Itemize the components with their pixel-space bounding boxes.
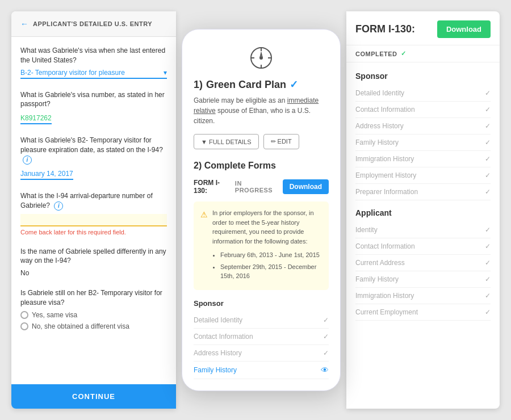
warning-date-2: September 29th, 2015 - December 15th, 20…: [220, 262, 322, 281]
right-item-4[interactable]: Family History ✓: [355, 135, 491, 151]
right-item-1[interactable]: Detailed Identity ✓: [355, 85, 491, 102]
right-applicant-title: Applicant: [355, 208, 491, 217]
download-button-phone[interactable]: Download: [283, 179, 329, 194]
right-form-title: FORM I-130:: [355, 23, 415, 35]
right-app-item-6[interactable]: Current Employment ✓: [355, 304, 491, 321]
full-details-button[interactable]: ▼ FULL DETAILS: [194, 134, 259, 149]
sponsor-title: Sponsor: [194, 299, 329, 308]
right-app-check-6: ✓: [485, 308, 491, 316]
eye-icon-4: 👁: [321, 366, 329, 375]
right-check-3: ✓: [485, 122, 491, 130]
completed-check-icon: ✓: [401, 50, 407, 57]
plan-desc: Gabriele may be eligible as an immediate…: [194, 95, 329, 126]
middle-panel: 1) Green Card Plan ✓ Gabriele may be eli…: [176, 11, 346, 409]
info-icon-4[interactable]: i: [54, 201, 63, 211]
form-row: FORM I-130: IN PROGRESS Download: [194, 179, 329, 195]
left-header-title: APPLICANT'S DETAILED U.S. ENTRY: [33, 20, 152, 27]
phone-actions: ▼ FULL DETAILS ✏ EDIT: [194, 134, 329, 149]
right-app-check-4: ✓: [485, 275, 491, 283]
right-item-5[interactable]: Immigration History ✓: [355, 151, 491, 167]
checklist-item-1[interactable]: Detailed Identity ✓: [194, 312, 329, 329]
radio-option-2[interactable]: No, she obtained a different visa: [20, 322, 167, 330]
right-app-item-1[interactable]: Identity ✓: [355, 222, 491, 238]
plan-check-icon: ✓: [290, 78, 298, 91]
phone-content: 1) Green Card Plan ✓ Gabriele may be eli…: [182, 78, 340, 390]
section-title-phone: 2) Complete Forms: [194, 161, 329, 171]
phone-mockup: 1) Green Card Plan ✓ Gabriele may be eli…: [182, 29, 341, 391]
right-app-check-2: ✓: [485, 242, 491, 250]
question-block-6: Is Gabriele still on her B2- Temporary v…: [20, 288, 167, 330]
checklist-item-2[interactable]: Contact Information ✓: [194, 329, 329, 345]
plan-title: 1) Green Card Plan ✓: [194, 78, 329, 91]
right-check-4: ✓: [485, 138, 491, 146]
radio-circle-1: [20, 311, 28, 319]
question-text-3: What is Gabriele's B2- Temporary visitor…: [20, 136, 167, 165]
question-text-2: What is Gabriele's visa number, as state…: [20, 90, 167, 110]
error-text-4: Come back later for this required field.: [20, 229, 167, 236]
question-text-4: What is the I-94 arrival-departure numbe…: [20, 191, 167, 211]
right-item-2[interactable]: Contact Information ✓: [355, 102, 491, 118]
right-sponsor-title: Sponsor: [355, 72, 491, 81]
right-check-2: ✓: [485, 106, 491, 114]
answer-value-2: K8917262: [20, 114, 52, 124]
question-block-2: What is Gabriele's visa number, as state…: [20, 90, 167, 125]
right-panel: FORM I-130: Download COMPLETED ✓ Sponsor…: [346, 11, 500, 409]
left-content: What was Gabriele's visa when she last e…: [11, 37, 176, 384]
question-block-1: What was Gabriele's visa when she last e…: [20, 46, 167, 79]
question-text-6: Is Gabriele still on her B2- Temporary v…: [20, 288, 167, 308]
warning-date-1: February 6th, 2013 - June 1st, 2015: [220, 250, 322, 260]
in-progress-badge: IN PROGRESS: [235, 180, 278, 194]
check-icon-2: ✓: [323, 333, 329, 341]
right-app-check-5: ✓: [485, 292, 491, 300]
question-text-1: What was Gabriele's visa when she last e…: [20, 46, 167, 65]
check-icon-1: ✓: [323, 316, 329, 324]
warning-box: ⚠ In prior employers for the sponsor, in…: [194, 201, 329, 290]
warning-content: In prior employers for the sponsor, in o…: [212, 208, 322, 283]
right-app-item-5[interactable]: Immigration History ✓: [355, 288, 491, 304]
right-app-item-3[interactable]: Current Address ✓: [355, 255, 491, 271]
right-item-7[interactable]: Preparer Information ✓: [355, 184, 491, 200]
checklist-item-3[interactable]: Address History ✓: [194, 345, 329, 362]
question-text-5: Is the name of Gabriele spelled differen…: [20, 247, 167, 266]
phone-icon-area: [182, 41, 340, 78]
sponsor-section: Sponsor Detailed Identity ✓ Contact Info…: [194, 299, 329, 379]
compass-icon: [250, 47, 273, 69]
radio-option-1[interactable]: Yes, same visa: [20, 311, 167, 319]
form-label: FORM I-130:: [194, 179, 231, 195]
edit-button[interactable]: ✏ EDIT: [263, 134, 299, 149]
check-icon-3: ✓: [323, 349, 329, 357]
radio-group-6: Yes, same visa No, she obtained a differ…: [20, 311, 167, 330]
right-app-item-2[interactable]: Contact Information ✓: [355, 238, 491, 255]
back-arrow-icon[interactable]: ←: [20, 19, 28, 28]
download-button-right[interactable]: Download: [437, 20, 491, 38]
left-header: ← APPLICANT'S DETAILED U.S. ENTRY: [11, 11, 176, 37]
right-item-3[interactable]: Address History ✓: [355, 118, 491, 135]
right-check-1: ✓: [485, 89, 491, 97]
right-content: Sponsor Detailed Identity ✓ Contact Info…: [346, 62, 500, 409]
checklist-item-4[interactable]: Family History 👁: [194, 362, 329, 379]
radio-circle-2: [20, 322, 28, 330]
right-header: FORM I-130: Download: [346, 11, 500, 45]
svg-point-1: [260, 57, 262, 59]
answer-value-3: January 14, 2017: [20, 170, 73, 180]
continue-button[interactable]: CONTINUE: [11, 384, 176, 409]
question-block-4: What is the I-94 arrival-departure numbe…: [20, 191, 167, 236]
left-panel: ← APPLICANT'S DETAILED U.S. ENTRY What w…: [11, 11, 176, 409]
right-app-item-4[interactable]: Family History ✓: [355, 271, 491, 288]
answer-dropdown-1[interactable]: B-2- Temporary visitor for pleasure ▾: [20, 69, 167, 79]
right-item-6[interactable]: Employment History ✓: [355, 167, 491, 184]
right-check-6: ✓: [485, 171, 491, 179]
right-check-5: ✓: [485, 155, 491, 163]
completed-badge: COMPLETED ✓: [346, 45, 500, 62]
question-block-5: Is the name of Gabriele spelled differen…: [20, 247, 167, 278]
answer-input-4[interactable]: [20, 214, 167, 226]
right-check-7: ✓: [485, 188, 491, 196]
warning-dates-list: February 6th, 2013 - June 1st, 2015 Sept…: [212, 250, 322, 281]
answer-value-5: No: [20, 269, 167, 277]
info-icon-3[interactable]: i: [23, 156, 32, 165]
right-app-check-3: ✓: [485, 259, 491, 267]
question-block-3: What is Gabriele's B2- Temporary visitor…: [20, 136, 167, 180]
right-app-check-1: ✓: [485, 226, 491, 234]
warning-icon: ⚠: [200, 209, 208, 283]
